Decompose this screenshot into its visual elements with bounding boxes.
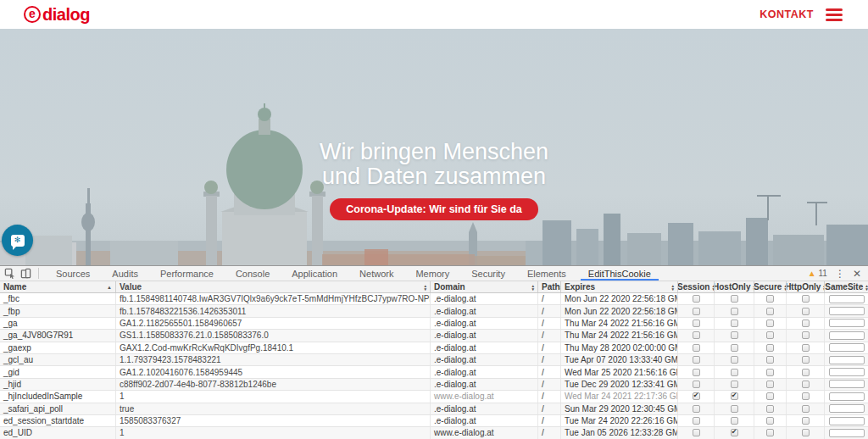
cell-domain[interactable]: .e-dialog.at [431, 415, 538, 426]
httponly-checkbox[interactable] [802, 295, 810, 303]
secure-checkbox[interactable] [766, 417, 774, 425]
cookie-row-_fbc[interactable]: _fbcfb.1.1584981140748.IwAR3GV7IQlx9a6y9… [0, 293, 868, 305]
cell-value[interactable]: GA1.2.1020416076.1584959445 [116, 366, 431, 377]
inspect-element-icon[interactable] [4, 268, 15, 279]
hostonly-checkbox[interactable] [731, 405, 738, 413]
cell-name[interactable]: _ga_4JV80G7R91 [0, 330, 116, 341]
cookie-row-_ga_4JV80G7R91[interactable]: _ga_4JV80G7R91GS1.1.1585083376.21.0.1585… [0, 330, 868, 342]
cell-value[interactable]: fb.1.1584981140748.IwAR3GV7IQlx9a6y9ck7e… [116, 293, 431, 304]
cell-value[interactable]: fb.1.1578483221536.1426353011 [116, 305, 431, 316]
samesite-input[interactable] [829, 343, 865, 352]
samesite-input[interactable] [829, 417, 865, 425]
cell-path[interactable]: / [538, 354, 561, 365]
chat-widget-button[interactable]: ✻ [2, 225, 33, 256]
cell-expires[interactable]: Mon Jun 22 2020 22:56:18 GMT+0… [561, 305, 678, 316]
httponly-checkbox[interactable] [802, 308, 810, 315]
cell-path[interactable]: / [538, 305, 561, 316]
column-header-value[interactable]: Value▴▾ [116, 281, 431, 292]
cell-expires[interactable]: Tue Jan 05 2026 12:33:28 GMT+01… [561, 427, 678, 438]
cookie-row-_gaexp[interactable]: _gaexpGAX1.2.Cod-mwKrRcKwRqKDIvgfPg.1841… [0, 342, 868, 354]
secure-checkbox[interactable] [766, 405, 774, 413]
cell-domain[interactable]: www.e-dialog.at [431, 391, 538, 402]
cell-value[interactable]: 1 [116, 391, 431, 402]
secure-checkbox[interactable] [766, 429, 774, 436]
column-header-samesite[interactable]: SameSite▴▾ [825, 281, 868, 292]
column-header-domain[interactable]: Domain▴▾ [431, 281, 538, 292]
cell-domain[interactable]: .e-dialog.at [431, 330, 538, 341]
samesite-input[interactable] [829, 392, 865, 401]
column-header-hostonly[interactable]: HostOnly▴▾ [715, 281, 754, 292]
cell-name[interactable]: _hjid [0, 379, 116, 390]
column-header-secure[interactable]: Secure▴▾ [754, 281, 787, 292]
session-checkbox[interactable] [693, 331, 700, 339]
hostonly-checkbox[interactable] [731, 331, 738, 339]
cell-name[interactable]: _fbp [0, 305, 116, 316]
cookie-row-_ga[interactable]: _gaGA1.2.1182565501.1584960657.e-dialog.… [0, 318, 868, 330]
httponly-checkbox[interactable] [802, 369, 810, 376]
cell-domain[interactable]: .e-dialog.at [431, 293, 538, 304]
cell-value[interactable]: GA1.2.1182565501.1584960657 [116, 318, 431, 329]
samesite-input[interactable] [829, 356, 865, 364]
tab-elements[interactable]: Elements [516, 266, 577, 281]
cell-domain[interactable]: .e-dialog.at [431, 403, 538, 414]
httponly-checkbox[interactable] [802, 356, 810, 364]
cell-domain[interactable]: .e-dialog.at [431, 342, 538, 353]
cell-path[interactable]: / [538, 427, 561, 438]
column-header-path[interactable]: Path▴▾ [538, 281, 561, 292]
cell-name[interactable]: ed_UID [0, 427, 116, 438]
cell-value[interactable]: 1585083376327 [116, 415, 431, 426]
httponly-checkbox[interactable] [802, 344, 810, 352]
hostonly-checkbox[interactable] [731, 295, 738, 303]
cell-domain[interactable]: .e-dialog.at [431, 379, 538, 390]
cell-name[interactable]: _safari_api_poll [0, 403, 116, 414]
device-toolbar-icon[interactable] [20, 268, 31, 279]
cell-expires[interactable]: Thu May 28 2020 02:00:00 GMT+0… [561, 342, 678, 353]
column-header-httponly[interactable]: HttpOnly▴▾ [787, 281, 825, 292]
cell-path[interactable]: / [538, 330, 561, 341]
session-checkbox[interactable] [693, 417, 700, 425]
samesite-input[interactable] [829, 307, 865, 315]
tab-console[interactable]: Console [225, 266, 281, 281]
secure-checkbox[interactable] [766, 308, 774, 315]
cookie-row-_gcl_au[interactable]: _gcl_au1.1.79379423.1578483221.e-dialog.… [0, 354, 868, 366]
secure-checkbox[interactable] [766, 331, 774, 339]
cell-value[interactable]: 1.1.79379423.1578483221 [116, 354, 431, 365]
tab-memory[interactable]: Memory [404, 266, 460, 281]
cell-domain[interactable]: .e-dialog.at [431, 305, 538, 316]
tab-editthiscookie[interactable]: EditThisCookie [577, 266, 662, 281]
session-checkbox[interactable] [693, 381, 700, 388]
menu-icon[interactable] [826, 8, 843, 21]
session-checkbox[interactable] [693, 295, 700, 303]
samesite-input[interactable] [829, 319, 865, 327]
httponly-checkbox[interactable] [802, 405, 810, 413]
cell-name[interactable]: _ga [0, 318, 116, 329]
cookie-row-_gid[interactable]: _gidGA1.2.1020416076.1584959445.e-dialog… [0, 366, 868, 378]
session-checkbox[interactable] [693, 429, 700, 436]
hostonly-checkbox[interactable] [731, 429, 738, 436]
samesite-input[interactable] [829, 295, 865, 303]
samesite-input[interactable] [829, 380, 865, 388]
secure-checkbox[interactable] [766, 295, 774, 303]
samesite-input[interactable] [829, 429, 865, 437]
cell-path[interactable]: / [538, 318, 561, 329]
cell-value[interactable]: GAX1.2.Cod-mwKrRcKwRqKDIvgfPg.18410.1 [116, 342, 431, 353]
samesite-input[interactable] [829, 368, 865, 376]
secure-checkbox[interactable] [766, 381, 774, 388]
httponly-checkbox[interactable] [802, 417, 810, 425]
httponly-checkbox[interactable] [802, 381, 810, 388]
secure-checkbox[interactable] [766, 356, 774, 364]
cell-value[interactable]: true [116, 403, 431, 414]
cell-name[interactable]: _gcl_au [0, 354, 116, 365]
cell-value[interactable]: 1 [116, 427, 431, 438]
httponly-checkbox[interactable] [802, 331, 810, 339]
cell-domain[interactable]: .e-dialog.at [431, 366, 538, 377]
samesite-input[interactable] [829, 404, 865, 413]
more-options-icon[interactable]: ⋮ [835, 269, 845, 279]
hostonly-checkbox[interactable] [731, 417, 738, 425]
hostonly-checkbox[interactable] [731, 381, 738, 388]
tab-audits[interactable]: Audits [101, 266, 149, 281]
hostonly-checkbox[interactable] [731, 392, 738, 400]
hostonly-checkbox[interactable] [731, 308, 738, 315]
session-checkbox[interactable] [693, 356, 700, 364]
cell-path[interactable]: / [538, 415, 561, 426]
